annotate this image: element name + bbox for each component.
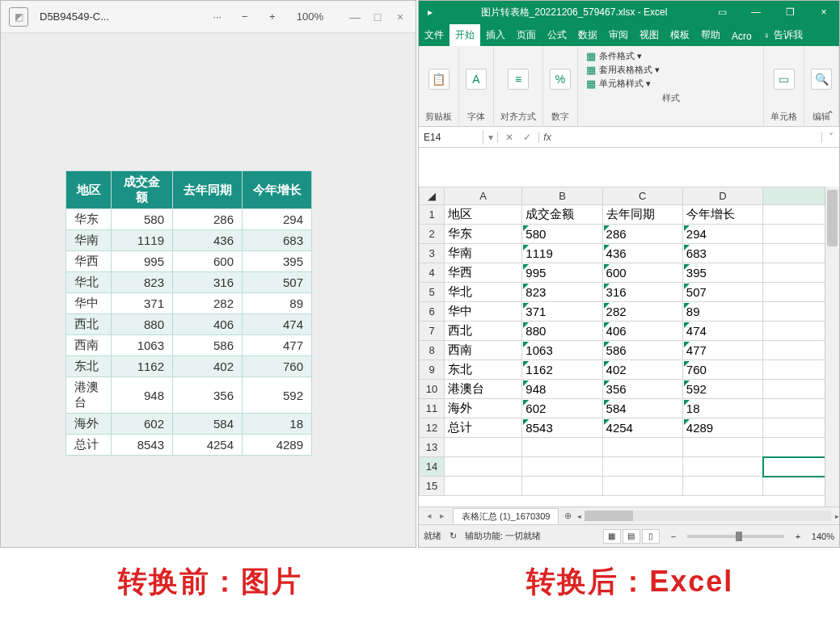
hscroll-right-icon[interactable]: ▸	[831, 507, 840, 524]
grid-cell[interactable]: 华北	[445, 283, 522, 302]
formula-cancel-button[interactable]: ✕	[501, 132, 517, 143]
row-header[interactable]: 15	[420, 477, 445, 496]
ribbon-tab-审阅[interactable]: 审阅	[603, 24, 634, 46]
ribbon-group-align[interactable]: ≡ 对齐方式	[494, 46, 543, 126]
ribbon-tab-公式[interactable]: 公式	[542, 24, 572, 46]
grid-cell[interactable]: 华南	[445, 244, 522, 263]
grid-cell[interactable]: 8543	[522, 418, 602, 438]
maximize-button[interactable]: □	[370, 10, 385, 24]
grid-cell[interactable]	[682, 457, 762, 477]
grid-cell[interactable]: 474	[682, 322, 762, 341]
row-header[interactable]: 6	[420, 302, 445, 322]
grid-cell[interactable]: 282	[602, 302, 682, 322]
close-button[interactable]: ×	[393, 10, 407, 24]
table-format-button[interactable]: ▦套用表格格式 ▾	[586, 63, 755, 77]
spreadsheet-grid[interactable]: ◢ A B C D 1地区成交金额去年同期今年增长2华东5802862943华南…	[419, 187, 839, 496]
grid-cell[interactable]: 18	[682, 399, 762, 418]
row-header[interactable]: 3	[420, 244, 445, 263]
grid-cell[interactable]	[682, 438, 762, 457]
ribbon-group-font[interactable]: A 字体	[459, 46, 494, 126]
grid-cell[interactable]: 356	[602, 380, 682, 399]
ribbon-group-number[interactable]: % 数字	[543, 46, 578, 126]
ribbon-tab-数据[interactable]: 数据	[572, 24, 603, 46]
grid-cell[interactable]: 316	[602, 283, 682, 302]
grid-cell[interactable]: 948	[522, 380, 602, 399]
row-header[interactable]: 5	[420, 283, 445, 302]
grid-cell[interactable]	[445, 438, 522, 457]
conditional-format-button[interactable]: ▦条件格式 ▾	[586, 49, 755, 63]
grid-cell[interactable]	[522, 438, 602, 457]
vertical-scrollbar[interactable]: ▴ ▾	[825, 187, 839, 524]
grid-cell[interactable]: 592	[682, 380, 762, 399]
grid-cell[interactable]: 406	[602, 322, 682, 341]
view-pagebreak-button[interactable]: ▯	[642, 529, 660, 544]
sheet-tab[interactable]: 表格汇总 (1)_1670309	[453, 508, 559, 524]
restore-button[interactable]: ❐	[775, 1, 805, 23]
zoom-in-button[interactable]: +	[792, 532, 804, 541]
grid-cell[interactable]: 477	[682, 341, 762, 360]
grid-cell[interactable]: 1119	[522, 244, 602, 263]
grid-cell[interactable]: 760	[682, 360, 762, 380]
grid-cell[interactable]: 995	[522, 263, 602, 283]
grid-cell[interactable]: 海外	[445, 399, 522, 418]
grid-cell[interactable]: 去年同期	[602, 205, 682, 225]
grid-cell[interactable]: 823	[522, 283, 602, 302]
ribbon-tab-帮助[interactable]: 帮助	[695, 24, 726, 46]
quick-access-icon[interactable]: ▸	[419, 6, 441, 18]
ribbon-tab-插入[interactable]: 插入	[480, 24, 511, 46]
formula-expand-button[interactable]: ˅	[821, 132, 839, 143]
ribbon-group-clipboard[interactable]: 📋 剪贴板	[419, 46, 459, 126]
sheet-nav-next[interactable]: ▸	[437, 511, 448, 521]
grid-cell[interactable]: 总计	[445, 418, 522, 438]
grid-cell[interactable]: 436	[602, 244, 682, 263]
row-header[interactable]: 10	[420, 380, 445, 399]
grid-cell[interactable]: 东北	[445, 360, 522, 380]
col-header[interactable]: D	[682, 187, 762, 205]
row-header[interactable]: 2	[420, 225, 445, 244]
grid-cell[interactable]	[445, 477, 522, 496]
row-header[interactable]: 8	[420, 341, 445, 360]
grid-cell[interactable]: 地区	[445, 205, 522, 225]
grid-cell[interactable]: 507	[682, 283, 762, 302]
grid-cell[interactable]: 294	[682, 225, 762, 244]
grid-cell[interactable]: 华东	[445, 225, 522, 244]
tell-me-button[interactable]: ♀告诉我	[758, 24, 808, 46]
account-button[interactable]: ▭	[707, 1, 737, 23]
row-header[interactable]: 9	[420, 360, 445, 380]
horizontal-scrollbar[interactable]: ◂ ▸	[576, 507, 839, 524]
grid-cell[interactable]: 成交金额	[522, 205, 602, 225]
grid-cell[interactable]: 4254	[602, 418, 682, 438]
grid-cell[interactable]: 西北	[445, 322, 522, 341]
grid-cell[interactable]	[682, 477, 762, 496]
grid-cell[interactable]	[522, 477, 602, 496]
cell-style-button[interactable]: ▦单元格样式 ▾	[586, 77, 755, 90]
grid-cell[interactable]: 1063	[522, 341, 602, 360]
row-header[interactable]: 1	[420, 205, 445, 225]
grid-cell[interactable]: 880	[522, 322, 602, 341]
grid-cell[interactable]: 西南	[445, 341, 522, 360]
hscroll-thumb[interactable]	[585, 511, 633, 521]
ribbon-group-cells[interactable]: ▭ 单元格	[764, 46, 804, 126]
ribbon-collapse-button[interactable]: ⌃	[826, 109, 834, 120]
grid-cell[interactable]: 402	[602, 360, 682, 380]
grid-cell[interactable]	[445, 457, 522, 477]
grid-cell[interactable]: 华西	[445, 263, 522, 283]
grid-cell[interactable]: 371	[522, 302, 602, 322]
col-header[interactable]: C	[602, 187, 682, 205]
ribbon-tab-页面[interactable]: 页面	[511, 24, 542, 46]
grid-cell[interactable]: 602	[522, 399, 602, 418]
grid-cell[interactable]: 今年增长	[682, 205, 762, 225]
view-normal-button[interactable]: ▦	[603, 529, 621, 544]
row-header[interactable]: 14	[420, 457, 445, 477]
zoom-in-button[interactable]: +	[264, 9, 281, 25]
row-header[interactable]: 13	[420, 438, 445, 457]
grid-cell[interactable]: 584	[602, 399, 682, 418]
grid-cell[interactable]: 1162	[522, 360, 602, 380]
scroll-thumb[interactable]	[827, 190, 838, 246]
more-button[interactable]: ···	[209, 9, 226, 25]
grid-cell[interactable]: 286	[602, 225, 682, 244]
name-box-dropdown[interactable]: ▾	[483, 132, 498, 143]
grid-cell[interactable]: 600	[602, 263, 682, 283]
ribbon-tab-模板[interactable]: 模板	[665, 24, 695, 46]
grid-cell[interactable]: 395	[682, 263, 762, 283]
